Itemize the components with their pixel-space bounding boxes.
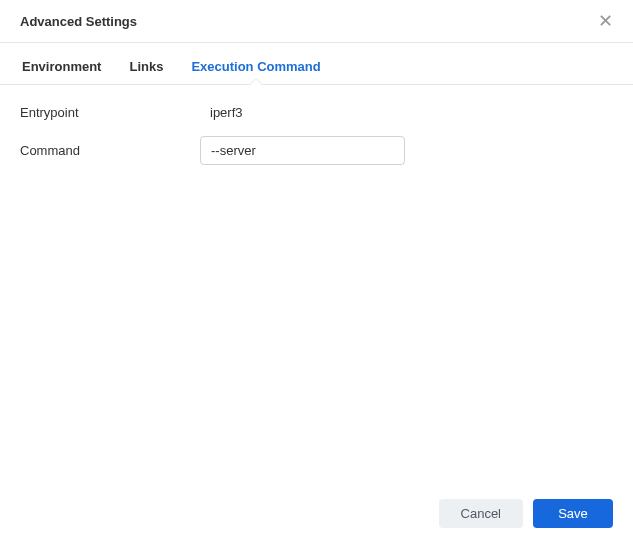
save-button[interactable]: Save <box>533 499 613 528</box>
entrypoint-row: Entrypoint iperf3 <box>20 105 613 120</box>
entrypoint-label: Entrypoint <box>20 105 200 120</box>
command-input[interactable] <box>200 136 405 165</box>
dialog-header: Advanced Settings ✕ <box>0 0 633 43</box>
command-row: Command <box>20 136 613 165</box>
tab-execution-command[interactable]: Execution Command <box>189 47 322 84</box>
entrypoint-value: iperf3 <box>200 105 243 120</box>
dialog-title: Advanced Settings <box>20 14 137 29</box>
tab-environment[interactable]: Environment <box>20 47 103 84</box>
tab-content: Entrypoint iperf3 Command <box>0 85 633 201</box>
cancel-button[interactable]: Cancel <box>439 499 523 528</box>
command-label: Command <box>20 143 200 158</box>
close-icon[interactable]: ✕ <box>594 10 617 32</box>
tab-links[interactable]: Links <box>127 47 165 84</box>
tabs-container: Environment Links Execution Command <box>0 47 633 85</box>
dialog-footer: Cancel Save <box>0 487 633 540</box>
